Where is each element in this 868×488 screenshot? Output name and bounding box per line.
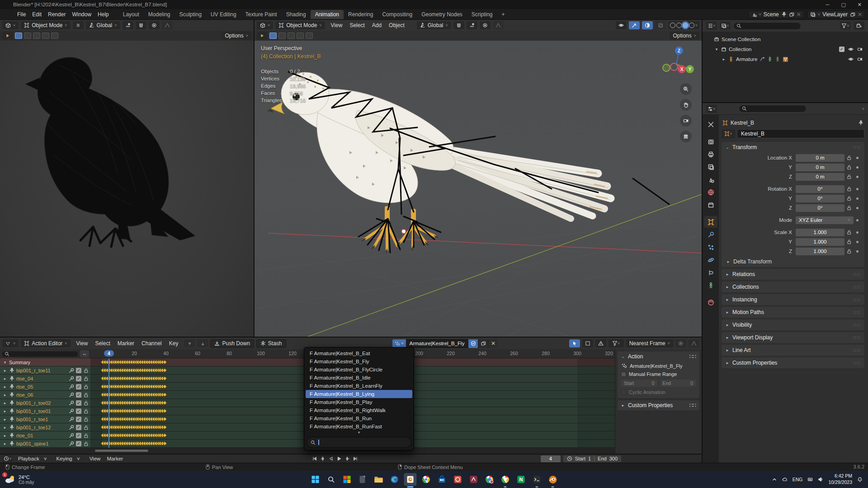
blender-menu-icon[interactable] xyxy=(3,11,9,18)
expand-icon[interactable]: ▸ xyxy=(3,376,7,381)
keyframe[interactable] xyxy=(163,393,167,397)
falloff-curve-button[interactable] xyxy=(689,339,699,347)
keyframe[interactable] xyxy=(163,376,167,381)
expand-icon[interactable]: ▸ xyxy=(3,393,7,397)
move-up-button[interactable]: ▴ xyxy=(197,339,208,347)
value-field[interactable]: 0 m xyxy=(796,164,844,171)
animate-dot[interactable] xyxy=(854,166,861,169)
push-down-button[interactable]: Push Down xyxy=(210,339,254,348)
magnet-snap-button[interactable] xyxy=(453,21,464,29)
modifier-wrench-icon[interactable] xyxy=(69,392,74,398)
value-field[interactable]: XYZ Euler˅ xyxy=(796,216,854,224)
tool-options-dropdown[interactable]: Options˅ xyxy=(222,32,251,40)
channel-enable-checkbox[interactable]: ✓ xyxy=(76,384,81,389)
select-mode-extend[interactable] xyxy=(278,33,286,39)
object-id-icon[interactable]: ˅ xyxy=(722,129,735,138)
pin-icon[interactable] xyxy=(9,384,14,389)
playhead-line[interactable] xyxy=(108,358,109,448)
panel-relations[interactable]: ▸Relations∷∷ xyxy=(722,269,864,280)
value-field[interactable]: 1.000 xyxy=(796,229,844,236)
move-view-button[interactable] xyxy=(680,99,692,111)
lock-icon[interactable] xyxy=(844,164,854,170)
workspace-tab-compositing[interactable]: Compositing xyxy=(377,10,417,19)
panel-line-art[interactable]: ▸Line Art∷∷ xyxy=(722,345,864,356)
properties-tab-modifiers[interactable] xyxy=(704,229,717,240)
action-datablock-field[interactable]: ˅ Armature|Kestrel_B_Fly ✕ xyxy=(392,339,498,348)
popup-search-input[interactable] xyxy=(307,437,411,448)
visibility-dropdown[interactable] xyxy=(616,21,627,29)
channel-lock-icon[interactable] xyxy=(83,425,89,430)
channel-enable-checkbox[interactable]: ✓ xyxy=(76,368,81,373)
minimize-button[interactable]: ─ xyxy=(826,2,830,8)
transform-panel-title[interactable]: Transform xyxy=(732,144,757,150)
select-mode-invert[interactable] xyxy=(297,33,304,39)
expand-icon[interactable]: ▸ xyxy=(3,433,7,438)
channel-name-cell[interactable]: ▸rtoe_01✓ xyxy=(0,432,90,439)
cyclic-animation-checkbox[interactable] xyxy=(621,390,626,395)
camera-toggle-icon[interactable] xyxy=(857,47,863,52)
channel-enable-checkbox[interactable]: ✓ xyxy=(76,441,81,446)
value-field[interactable]: 0° xyxy=(796,204,844,212)
filter-dropdown[interactable]: ˅ xyxy=(840,22,851,30)
channel-name-cell[interactable]: ▸bip001_r_toe02✓ xyxy=(0,399,90,407)
channel-lock-icon[interactable] xyxy=(83,433,89,438)
menu-file[interactable]: File xyxy=(14,10,29,19)
channel-enable-checkbox[interactable]: ✓ xyxy=(76,433,81,438)
taskbar-icon-search[interactable] xyxy=(325,473,338,486)
properties-tab-world[interactable] xyxy=(704,186,717,198)
pin-icon[interactable] xyxy=(9,376,14,381)
modifier-wrench-icon[interactable] xyxy=(69,441,74,446)
animate-dot[interactable] xyxy=(854,207,861,209)
properties-tab-output[interactable] xyxy=(704,148,717,160)
play-reverse-button[interactable] xyxy=(328,456,334,461)
timeline-menu-marker[interactable]: Marker xyxy=(104,456,126,461)
pin-icon[interactable] xyxy=(9,392,14,398)
dopesheet-menu-key[interactable]: Key xyxy=(165,340,182,347)
object-name-field[interactable]: Kestrel_B xyxy=(737,129,864,138)
notifications-icon[interactable] xyxy=(857,477,863,482)
viewport-menu-select[interactable]: Select xyxy=(346,22,368,28)
editor-type-button[interactable]: ˅ xyxy=(2,339,19,347)
shading-rendered[interactable] xyxy=(689,23,694,28)
dopesheet-menu-view[interactable]: View xyxy=(73,340,92,347)
use-preview-range-icon[interactable] xyxy=(567,456,572,461)
navigation-gizmo[interactable]: Z X Y xyxy=(662,45,694,80)
select-mode-invert[interactable] xyxy=(42,33,49,39)
shading-wireframe[interactable] xyxy=(670,23,675,28)
duplicate-action-button[interactable] xyxy=(478,339,488,348)
lock-icon[interactable] xyxy=(844,155,854,160)
value-field[interactable]: 0° xyxy=(796,195,844,202)
proportional-edit-button[interactable] xyxy=(162,21,173,29)
channel-lock-icon[interactable] xyxy=(83,384,89,389)
keyframe[interactable] xyxy=(163,409,167,413)
channel-enable-checkbox[interactable]: ✓ xyxy=(76,400,81,406)
keyframe[interactable] xyxy=(163,368,167,373)
viewlayer-selector[interactable]: ˅ ViewLayer ✕ xyxy=(807,10,865,19)
jump-to-start-button[interactable] xyxy=(312,456,317,461)
play-button[interactable] xyxy=(336,456,342,461)
properties-tab-physics[interactable] xyxy=(704,254,717,266)
lock-icon[interactable] xyxy=(844,239,854,244)
orientation-dropdown[interactable]: Global˅ xyxy=(417,21,451,29)
keyframe[interactable] xyxy=(163,385,167,389)
editor-type-button[interactable]: ˅ xyxy=(706,105,717,113)
only-errors-button[interactable] xyxy=(595,339,606,347)
editor-type-button[interactable]: ˅ xyxy=(257,21,273,29)
eye-toggle-icon[interactable] xyxy=(848,56,854,62)
animate-dot[interactable] xyxy=(854,197,861,200)
frame-end-field[interactable]: End0 xyxy=(660,380,696,387)
camera-view-button[interactable] xyxy=(680,115,692,127)
channel-name-cell[interactable]: ▸bip001_r_toe01✓ xyxy=(0,407,90,415)
properties-options-dropdown[interactable]: ˅ xyxy=(862,107,864,111)
channel-lock-icon[interactable] xyxy=(83,400,89,406)
action-item-8[interactable]: F Armature|Kestrel_B_RightWalk xyxy=(306,406,412,414)
properties-tab-object[interactable] xyxy=(704,216,717,228)
fake-user-button[interactable] xyxy=(468,339,478,348)
editor-type-button[interactable]: ˅ xyxy=(2,455,13,463)
hide-channels-button[interactable] xyxy=(582,339,593,347)
properties-tab-particles[interactable] xyxy=(704,241,717,253)
panel-collections[interactable]: ▸Collections∷∷ xyxy=(722,282,864,292)
unlink-action-button[interactable]: ✕ xyxy=(488,339,498,348)
editor-type-button[interactable]: ˅ xyxy=(706,22,717,30)
value-field[interactable]: 1.000 xyxy=(796,248,844,255)
